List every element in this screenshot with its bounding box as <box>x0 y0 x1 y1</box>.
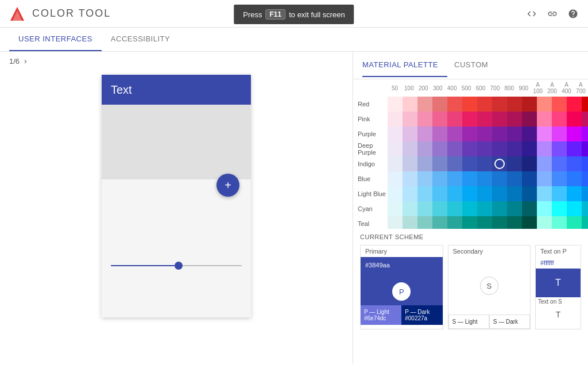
color-swatch[interactable] <box>492 112 507 126</box>
color-swatch[interactable] <box>552 126 567 141</box>
color-swatch[interactable] <box>447 216 462 229</box>
slider-track[interactable] <box>111 265 242 266</box>
color-swatch[interactable] <box>477 156 492 171</box>
pagination-next-arrow[interactable]: › <box>24 56 27 66</box>
color-swatch[interactable] <box>432 186 447 201</box>
color-swatch[interactable] <box>447 201 462 216</box>
color-swatch[interactable] <box>462 112 477 126</box>
color-swatch[interactable] <box>462 186 477 201</box>
color-swatch[interactable] <box>507 216 522 229</box>
tab-accessibility[interactable]: ACCESSIBILITY <box>102 28 179 51</box>
color-swatch[interactable] <box>567 186 582 201</box>
slider-thumb[interactable] <box>175 262 183 270</box>
p-light-block[interactable]: P — Light #6e74dc <box>361 305 401 325</box>
color-swatch[interactable] <box>447 126 462 141</box>
color-swatch[interactable] <box>582 186 588 201</box>
color-swatch[interactable] <box>537 201 552 216</box>
color-swatch[interactable] <box>432 156 447 171</box>
color-swatch[interactable] <box>552 141 567 156</box>
color-swatch[interactable] <box>582 201 588 216</box>
color-swatch[interactable] <box>432 201 447 216</box>
color-swatch[interactable] <box>462 201 477 216</box>
color-swatch[interactable] <box>522 126 537 141</box>
color-swatch[interactable] <box>447 112 462 126</box>
secondary-main[interactable]: S <box>448 257 531 315</box>
color-swatch[interactable] <box>432 126 447 141</box>
color-swatch[interactable] <box>403 201 417 216</box>
color-swatch[interactable] <box>417 171 432 186</box>
color-swatch[interactable] <box>522 112 537 126</box>
color-swatch[interactable] <box>477 186 492 201</box>
code-icon[interactable] <box>526 8 537 20</box>
color-swatch[interactable] <box>507 141 522 156</box>
color-swatch[interactable] <box>447 141 462 156</box>
color-swatch[interactable] <box>417 216 432 229</box>
color-swatch[interactable] <box>417 112 432 126</box>
color-swatch[interactable] <box>388 171 403 186</box>
color-swatch[interactable] <box>582 216 588 229</box>
color-swatch[interactable] <box>492 126 507 141</box>
color-swatch[interactable] <box>403 126 417 141</box>
color-swatch[interactable] <box>432 97 447 112</box>
s-light-block[interactable]: S — Light <box>448 315 489 329</box>
color-swatch[interactable] <box>522 141 537 156</box>
color-swatch[interactable] <box>507 186 522 201</box>
color-swatch[interactable] <box>537 97 552 112</box>
color-swatch[interactable] <box>582 156 588 171</box>
color-swatch[interactable] <box>537 156 552 171</box>
color-swatch[interactable] <box>537 112 552 126</box>
color-swatch[interactable] <box>582 171 588 186</box>
color-swatch[interactable] <box>388 112 403 126</box>
color-swatch[interactable] <box>552 186 567 201</box>
color-swatch[interactable] <box>417 156 432 171</box>
color-swatch[interactable] <box>388 201 403 216</box>
color-swatch[interactable] <box>492 216 507 229</box>
tab-user-interfaces[interactable]: USER INTERFACES <box>9 28 102 51</box>
color-swatch[interactable] <box>567 216 582 229</box>
color-swatch[interactable] <box>567 141 582 156</box>
color-swatch[interactable] <box>417 126 432 141</box>
color-swatch[interactable] <box>403 156 417 171</box>
color-swatch[interactable] <box>477 97 492 112</box>
color-swatch[interactable] <box>417 141 432 156</box>
color-swatch[interactable] <box>492 171 507 186</box>
color-swatch[interactable] <box>477 171 492 186</box>
color-swatch[interactable] <box>522 216 537 229</box>
color-swatch[interactable] <box>432 216 447 229</box>
color-swatch[interactable] <box>507 156 522 171</box>
color-swatch[interactable] <box>403 216 417 229</box>
color-swatch[interactable] <box>567 156 582 171</box>
color-swatch[interactable] <box>388 156 403 171</box>
color-swatch[interactable] <box>567 171 582 186</box>
color-swatch[interactable] <box>507 201 522 216</box>
color-swatch[interactable] <box>403 171 417 186</box>
tab-custom[interactable]: CUSTOM <box>454 53 497 77</box>
color-swatch[interactable] <box>567 126 582 141</box>
tab-material-palette[interactable]: MATERIAL PALETTE <box>362 53 447 77</box>
color-swatch[interactable] <box>388 141 403 156</box>
color-swatch[interactable] <box>403 112 417 126</box>
color-swatch[interactable] <box>492 186 507 201</box>
color-swatch[interactable] <box>403 141 417 156</box>
color-swatch[interactable] <box>447 171 462 186</box>
primary-circle[interactable]: P <box>392 282 411 301</box>
color-swatch[interactable] <box>432 171 447 186</box>
color-swatch[interactable] <box>462 126 477 141</box>
color-swatch[interactable] <box>552 216 567 229</box>
color-swatch[interactable] <box>582 97 588 112</box>
color-swatch[interactable] <box>567 201 582 216</box>
color-swatch[interactable] <box>507 112 522 126</box>
color-swatch[interactable] <box>552 97 567 112</box>
fab-button[interactable]: + <box>216 174 239 197</box>
color-swatch[interactable] <box>522 97 537 112</box>
color-swatch[interactable] <box>552 156 567 171</box>
color-swatch[interactable] <box>537 171 552 186</box>
color-swatch[interactable] <box>537 186 552 201</box>
color-swatch[interactable] <box>492 201 507 216</box>
color-swatch[interactable] <box>537 216 552 229</box>
color-swatch[interactable] <box>492 156 507 171</box>
color-swatch[interactable] <box>522 201 537 216</box>
color-swatch[interactable] <box>447 186 462 201</box>
color-swatch[interactable] <box>507 171 522 186</box>
color-swatch[interactable] <box>417 97 432 112</box>
